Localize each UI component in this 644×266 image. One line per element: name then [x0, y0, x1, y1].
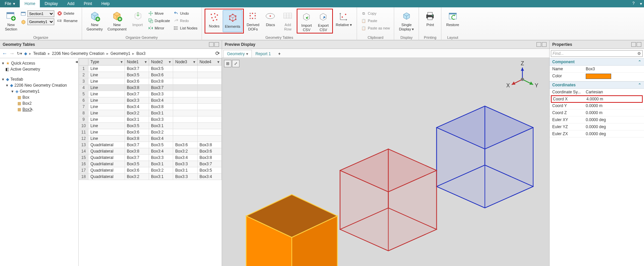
prop-name[interactable]: NameBox3	[550, 66, 644, 73]
add-row-button[interactable]: Add Row	[279, 9, 296, 33]
table-row[interactable]: 6LineBox3:3Box3:4	[79, 97, 222, 104]
table-row[interactable]: 5LineBox3:7Box3:3	[79, 91, 222, 97]
panel-layout-icon[interactable]	[536, 42, 541, 47]
col-header[interactable]: Type▾	[88, 59, 125, 66]
menu-print[interactable]: Print	[79, 0, 97, 7]
table-row[interactable]: 13QuadrilateralBox3:7Box3:5Box3:6Box3:8	[79, 142, 222, 148]
derived-dofs-button[interactable]: Derived DOFs	[244, 9, 261, 33]
col-header[interactable]: Node4▾	[197, 59, 221, 66]
table-row[interactable]: 11LineBox3:6Box3:2	[79, 129, 222, 136]
table-row[interactable]: 2LineBox3:5Box3:6	[79, 72, 222, 78]
table-row[interactable]: 3LineBox3:6Box3:8	[79, 78, 222, 85]
tree-box2[interactable]: ▦Box2	[1, 100, 77, 106]
find-input[interactable]: Find...⚙	[551, 50, 643, 57]
panel-max-icon[interactable]	[542, 42, 547, 47]
help-icon[interactable]: ?	[629, 0, 638, 7]
new-component-button[interactable]: New Component	[105, 9, 129, 33]
panel-layout-icon[interactable]	[209, 42, 214, 47]
nav-back-icon[interactable]: ←	[2, 51, 7, 57]
table-row[interactable]: 4LineBox3:8Box3:7	[79, 85, 222, 91]
table-row[interactable]: 12LineBox3:8Box3:4	[79, 136, 222, 142]
relative-button[interactable]: Relative ▾	[334, 9, 354, 33]
undo-button[interactable]: Undo	[172, 10, 199, 17]
preview-canvas[interactable]: ⊞ ⤢	[222, 58, 549, 266]
menu-display[interactable]: Display	[40, 0, 62, 7]
prop-color[interactable]: Color	[550, 73, 644, 81]
col-header[interactable]: Node1▾	[125, 59, 149, 66]
table-row[interactable]: 16QuadrilateralBox3:5Box3:1Box3:3Box3:7	[79, 161, 222, 167]
panel-max-icon[interactable]	[214, 42, 219, 47]
tab-geometry[interactable]: Geometry▾	[223, 50, 252, 58]
paste-button[interactable]: 📋Paste	[360, 17, 391, 24]
duplicate-button[interactable]: Duplicate	[147, 17, 171, 24]
tree-project[interactable]: ▾◆2206 Neo Geometry Creation	[1, 82, 77, 88]
section-coordinates[interactable]: Coordinates⌃	[550, 81, 644, 89]
table-row[interactable]: 1LineBox3:7Box3:5	[79, 66, 222, 72]
table-row[interactable]: 14QuadrilateralBox3:8Box3:4Box3:2Box3:6	[79, 148, 222, 155]
section-component[interactable]: Component⌃	[550, 58, 644, 66]
nav-fwd-icon[interactable]: →	[9, 51, 15, 57]
table-row[interactable]: 15QuadrilateralBox3:7Box3:3Box3:4Box3:8	[79, 155, 222, 161]
menu-help[interactable]: Help	[97, 0, 115, 7]
panel-layout-icon[interactable]	[631, 42, 636, 47]
table-row[interactable]: 17QuadrilateralBox3:6Box3:2Box3:1Box3:5	[79, 167, 222, 174]
prop-coord-y[interactable]: Coord Y0.0000 m	[550, 102, 644, 109]
menu-dropdown[interactable]: ▾	[638, 0, 644, 7]
section-combo[interactable]: Section1	[20, 10, 55, 17]
menu-file[interactable]: File ▾	[0, 0, 20, 7]
menu-home[interactable]: Home	[20, 0, 40, 7]
redo-button[interactable]: Redo	[172, 17, 199, 24]
table-row[interactable]: 9LineBox3:1Box3:3	[79, 116, 222, 123]
export-csv-button[interactable]: Export CSV	[315, 10, 332, 32]
color-swatch[interactable]	[586, 74, 611, 79]
prop-euler-zx[interactable]: Euler ZX0.0000 deg	[550, 130, 644, 138]
tree-quick-access[interactable]: ▾★Quick Access	[1, 60, 77, 66]
import-csv-button[interactable]: Import CSV	[298, 10, 315, 32]
tree-testlab[interactable]: ▾◆Testlab	[1, 76, 77, 82]
tree-box3[interactable]: ▦Box3↖	[1, 106, 77, 112]
table-row[interactable]: 7LineBox3:4Box3:8	[79, 104, 222, 110]
pv-tool-2[interactable]: ⤢	[232, 60, 239, 67]
elements-button[interactable]: Elements	[223, 10, 243, 32]
single-display-button[interactable]: Single Display ▾	[397, 9, 416, 33]
print-button[interactable]: Print	[422, 9, 438, 33]
new-geometry-button[interactable]: New Geometry	[85, 9, 105, 33]
viewport-3d[interactable]: Z Y X	[222, 58, 549, 266]
import-button[interactable]: Import	[129, 9, 146, 33]
delete-button[interactable]: Delete	[56, 10, 79, 17]
paste-as-new-button[interactable]: 📋Paste as new	[360, 25, 391, 31]
nodes-button[interactable]: Nodes	[206, 10, 223, 32]
breadcrumb-3[interactable]: Box3	[136, 51, 145, 56]
rename-button[interactable]: Rename	[56, 17, 79, 24]
tree-active-geometry[interactable]: ◧Active Geometry	[1, 66, 77, 72]
tree-box[interactable]: ▦Box	[1, 94, 77, 100]
geometry-combo[interactable]: Geometry1	[20, 18, 55, 25]
tab-report-1[interactable]: Report 1	[252, 50, 275, 58]
table-row[interactable]: 10LineBox3:5Box3:1	[79, 123, 222, 129]
gear-icon[interactable]: ⚙	[637, 51, 641, 56]
mirror-button[interactable]: Mirror	[147, 25, 171, 31]
prop-coord-x[interactable]: Coord X4.0000 m	[551, 95, 643, 103]
breadcrumb-0[interactable]: Testlab	[33, 51, 46, 56]
col-header[interactable]: Node2▾	[149, 59, 173, 66]
list-nodes-button[interactable]: List Nodes	[172, 25, 199, 31]
tab-add[interactable]: +	[275, 50, 284, 58]
prop-euler-xy[interactable]: Euler XY0.0000 deg	[550, 116, 644, 123]
tree-geometry1[interactable]: ▾◈Geometry1	[1, 88, 77, 94]
restore-button[interactable]: Restore	[444, 9, 461, 33]
discs-button[interactable]: Discs	[262, 9, 279, 33]
panel-max-icon[interactable]	[637, 42, 641, 47]
pv-tool-1[interactable]: ⊞	[224, 60, 231, 67]
table-row[interactable]: 18QuadrilateralBox3:2Box3:1Box3:3Box3:4	[79, 174, 222, 180]
data-grid[interactable]: Type▾Node1▾Node2▾Node3▾Node4▾ 1LineBox3:…	[79, 58, 222, 266]
prop-euler-yz[interactable]: Euler YZ0.0000 deg	[550, 123, 644, 130]
breadcrumb-2[interactable]: Geometry1	[111, 51, 130, 56]
new-section-button[interactable]: New Section	[3, 9, 19, 33]
copy-button[interactable]: ⧉Copy	[360, 10, 391, 17]
tree-collapse-icon[interactable]: ◂	[75, 59, 78, 64]
prop-coord-system[interactable]: Coordinate Sy...Cartesian	[550, 89, 644, 96]
menu-add[interactable]: Add	[63, 0, 79, 7]
col-header[interactable]: Node3▾	[173, 59, 197, 66]
table-row[interactable]: 8LineBox3:2Box3:1	[79, 110, 222, 116]
prop-coord-z[interactable]: Coord Z0.0000 m	[550, 109, 644, 116]
